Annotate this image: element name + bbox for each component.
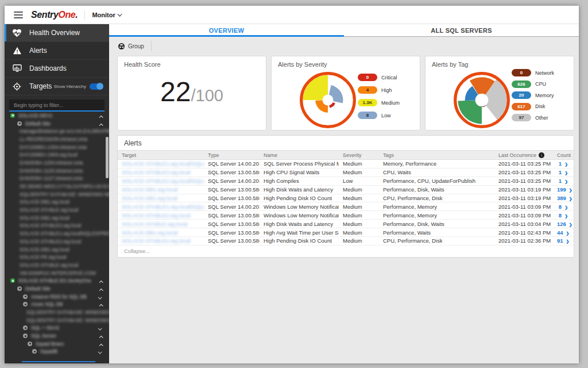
alert-row[interactable]: SOLACE-DB1.wg.localSQL Server 13.00.5865… <box>118 186 574 194</box>
alert-target-link[interactable]: SOLACE-DB1.wg.local <box>118 186 204 193</box>
alert-row[interactable]: SOLACE-STABLE1.wg.local\SQLEXPRESSSQL Se… <box>118 160 574 168</box>
alert-target-link[interactable]: SOLACE-DB1.wg.local <box>118 229 204 236</box>
alert-count-link[interactable]: 8❯ <box>553 212 574 218</box>
column-header-count[interactable]: Count <box>553 152 574 158</box>
hamburger-menu-icon[interactable] <box>14 10 23 20</box>
legend-item-other[interactable]: 97Other <box>512 114 554 121</box>
tag-rose-chart[interactable] <box>452 70 512 130</box>
tree-target-item[interactable]: SOLACE-STABLE1.wg.local\SQLEXPRESS <box>5 229 109 237</box>
tree-scrollbar-thumb[interactable] <box>106 137 109 178</box>
chevron-down-icon[interactable] <box>99 346 102 356</box>
column-header-severity[interactable]: Severity <box>339 152 379 158</box>
tree-target-item[interactable]: LL-REGRESSION.intranet.zeta <box>5 135 109 143</box>
tree-group-item[interactable]: Azure SQL DB <box>5 301 109 309</box>
alert-row[interactable]: SOLACE-DB1.wg.localSQL Server 13.00.5865… <box>118 194 574 203</box>
alert-count-link[interactable]: 126❯ <box>553 221 574 227</box>
alert-row[interactable]: SOLACE-STABLE2.wg.localSQL Server 13.00.… <box>118 168 574 177</box>
column-header-name[interactable]: Name <box>260 152 339 158</box>
tab-overview[interactable]: OVERVIEW <box>109 24 344 36</box>
legend-item-memory[interactable]: 20Memory <box>512 91 554 99</box>
sidebar-item-dashboards[interactable]: Dashboards <box>5 60 109 78</box>
sidebar-item-health-overview[interactable]: Health Overview <box>5 24 109 42</box>
tree-target-item[interactable]: SOLACE-DB1.wg.local <box>5 198 109 206</box>
sidebar-item-targets[interactable]: TargetsShow Hierarchy <box>5 78 109 95</box>
targets-filter-input[interactable] <box>9 99 105 112</box>
sort-descending-icon[interactable]: ↓ <box>539 152 544 158</box>
alert-count-link[interactable]: 389❯ <box>553 195 574 201</box>
alert-target-link[interactable]: SOLACE-STABLE1.wg.local\SQLEXPRESS <box>118 160 204 167</box>
legend-item-critical[interactable]: 0Critical <box>358 74 400 81</box>
column-header-last-occurrence[interactable]: Last Occurrence ↓ <box>494 152 553 158</box>
legend-item-low[interactable]: 8Low <box>358 112 400 119</box>
alert-count-link[interactable]: 1❯ <box>553 160 574 167</box>
legend-item-cpu[interactable]: 626CPU <box>512 80 554 88</box>
alert-row[interactable]: SOLACE-STABLE2.wg.localSQL Server 13.00.… <box>118 237 574 246</box>
alert-count-link[interactable]: 8❯ <box>553 204 574 210</box>
tree-target-item[interactable]: SE-DEMO-WDS.CYYSLOATNRG-US-EAST-2-RDS.A <box>5 182 109 190</box>
legend-item-high[interactable]: 4High <box>358 86 400 94</box>
tree-target-item[interactable]: DAN3O8A-1204.intranet.zeta <box>5 159 109 167</box>
alert-count-link[interactable]: 199❯ <box>553 186 574 193</box>
collapse-link[interactable]: Collapse... <box>118 246 574 257</box>
tree-group-item[interactable]: SQL + SSAS <box>5 324 109 332</box>
alert-row[interactable]: SOLACE-STABLE.wg.localSQL Server 13.00.5… <box>118 220 574 228</box>
alert-target-link[interactable]: SOLACE-STABLE2.wg.local <box>118 212 204 218</box>
tree-group-item[interactable]: SquadB <box>5 348 109 356</box>
alert-row[interactable]: SOLACE-DB1.wg.localSQL Server 13.00.5865… <box>118 228 574 237</box>
tree-group-item[interactable]: Default Site <box>5 285 109 293</box>
column-header-type[interactable]: Type <box>204 152 260 158</box>
tree-target-item[interactable]: SOLACE-STABLE2.wg.local <box>5 222 109 230</box>
alert-target-link[interactable]: SOLACE-STABLE2.wg.local\SQLEXPRESS <box>118 178 204 184</box>
tree-target-item[interactable]: DAY10090A-1304.intranet.zeta <box>5 143 109 151</box>
column-header-tags[interactable]: Tags <box>379 152 494 158</box>
tree-target-item[interactable]: SOLACE-STABLE2.wg.local <box>5 237 109 246</box>
show-hierarchy-toggle[interactable] <box>90 83 103 90</box>
alert-count-link[interactable]: 1❯ <box>553 169 574 175</box>
legend-item-medium[interactable]: 1.3KMedium <box>358 99 400 106</box>
tree-target-item[interactable]: SOLACE-STABLE.wg.local <box>5 261 109 269</box>
column-header-target[interactable]: Target <box>118 152 204 158</box>
alert-name: Windows Low Memory Notification <box>260 212 339 218</box>
alert-row[interactable]: SOLACE-STABLE2.wg.localSQL Server 13.00.… <box>118 211 574 220</box>
tree-target-item[interactable]: SOLACE-PE.wg.local <box>5 253 109 261</box>
tree-target-item[interactable]: DAN3O8A-1127.intranet.zeta <box>5 175 109 183</box>
tree-target-item[interactable]: DAY10090A-1904.wg.local <box>5 151 109 159</box>
tree-horizontal-scrollbar[interactable] <box>22 361 95 362</box>
tree-target-item[interactable]: SOLACE-DB1.wg.local <box>5 214 109 222</box>
tree-group-item[interactable]: SQL Server <box>5 332 109 340</box>
tree-group-item[interactable]: Squad Bravo <box>5 340 109 348</box>
monitor-menu[interactable]: Monitor <box>92 12 122 18</box>
tree-group-item[interactable]: Default Site <box>5 120 109 128</box>
alert-target-link[interactable]: SOLACE-STABLE.wg.local <box>118 221 204 227</box>
tree-target-item[interactable]: SOLACE-STABLE.wg.local <box>5 206 109 214</box>
alert-target-link[interactable]: SOLACE-DB1.wg.local <box>118 195 204 201</box>
legend-count-pill: 626 <box>512 80 531 88</box>
tree-target-item[interactable]: SQLSENTRY DATABASE: WINDOWS NET%SQLSe1 <box>5 190 109 198</box>
sidebar: Health OverviewAlertsDashboardsTargetsSh… <box>5 24 109 363</box>
legend-item-disk[interactable]: 617Disk <box>512 103 554 110</box>
alert-row[interactable]: SOLACE-STABLE1.wg.local\SQLEXPRESSSQL Se… <box>118 202 574 211</box>
alert-target-link[interactable]: SOLACE-STABLE1.wg.local\SQLEXPRESS <box>118 204 204 210</box>
tab-all-sql-servers[interactable]: ALL SQL SERVERS <box>344 24 579 36</box>
alert-count-link[interactable]: 91❯ <box>553 237 574 244</box>
tree-target-item[interactable]: SQLSENTRY DATABASE: WINDOWS NET%SQLS... <box>5 316 109 324</box>
tree-group-item[interactable]: SOLACE-DEV1 <box>5 112 109 120</box>
tree-group-item[interactable]: SOLACE-STABLE.EG.SentryOne <box>5 277 109 285</box>
severity-rose-chart[interactable] <box>298 70 358 130</box>
alert-row[interactable]: SOLACE-STABLE2.wg.local\SQLEXPRESSSQL Se… <box>118 177 574 186</box>
tree-target-item[interactable]: VM-SSWPUC-INTERCERVE.COM <box>5 269 109 277</box>
legend-item-network[interactable]: 0Network <box>512 69 554 76</box>
tree-target-item[interactable]: managedinstance-ge-eco-int-ZALMNAPBNL.da… <box>5 127 109 135</box>
alert-count-link[interactable]: 1❯ <box>553 178 574 184</box>
alert-target-link[interactable]: SOLACE-STABLE2.wg.local <box>118 237 204 244</box>
legend-count-pill: 8 <box>358 112 377 119</box>
sidebar-item-alerts[interactable]: Alerts <box>5 42 109 60</box>
tree-item-label: SOLACE-DEV1 <box>18 113 53 118</box>
tree-group-item[interactable]: Amazon RDS for SQL DB <box>5 293 109 301</box>
alert-target-link[interactable]: SOLACE-STABLE2.wg.local <box>118 169 204 175</box>
tree-target-item[interactable]: SOLACE-DB1.wg.local <box>5 246 109 254</box>
tree-target-item[interactable]: SQLSENTRY DATABASE: WINDOWS NET%SQLS... <box>5 308 109 316</box>
group-button[interactable]: Group <box>117 41 152 51</box>
tree-target-item[interactable]: DAN3O8A-1120.intranet.zeta <box>5 167 109 175</box>
alert-count-link[interactable]: 44❯ <box>553 229 574 236</box>
